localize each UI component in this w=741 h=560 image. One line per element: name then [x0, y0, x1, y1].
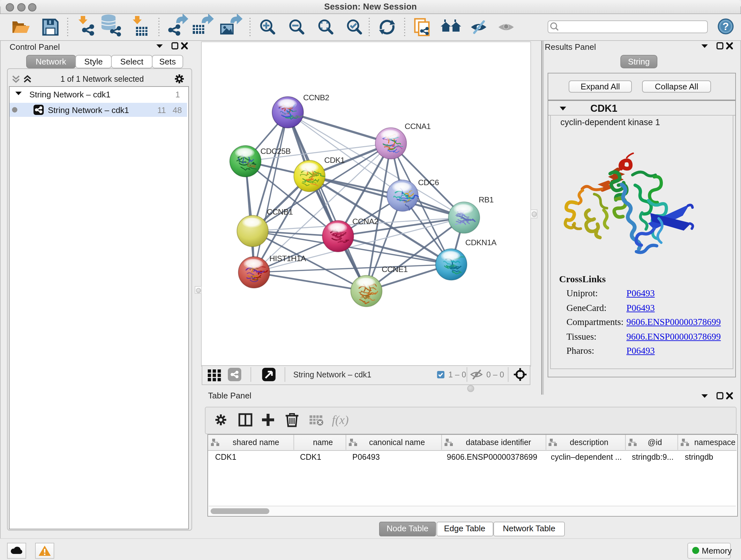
- svg-text:CCNE1: CCNE1: [382, 265, 408, 273]
- svg-text:f(x): f(x): [332, 413, 349, 427]
- svg-text:shared name: shared name: [232, 438, 279, 447]
- svg-text:CCNB2: CCNB2: [303, 93, 329, 102]
- svg-text:0 – 0: 0 – 0: [486, 370, 504, 379]
- svg-text:48: 48: [173, 105, 182, 115]
- svg-text:CDK1: CDK1: [324, 156, 345, 165]
- svg-text:CDC25B: CDC25B: [260, 147, 291, 155]
- svg-text:CCNA2: CCNA2: [352, 217, 379, 226]
- svg-text:?: ?: [723, 20, 729, 32]
- svg-text:String Network – cdk1: String Network – cdk1: [29, 89, 111, 99]
- svg-text:namespace: namespace: [694, 438, 735, 447]
- svg-text:HIST1H1A: HIST1H1A: [269, 254, 306, 263]
- svg-text:String Network – cdk1: String Network – cdk1: [48, 105, 129, 115]
- svg-text:11: 11: [157, 105, 166, 115]
- svg-text:name: name: [313, 438, 333, 447]
- svg-text:CDKN1A: CDKN1A: [465, 238, 497, 247]
- svg-text:1: 1: [176, 89, 180, 99]
- svg-text:description: description: [570, 438, 609, 447]
- svg-text:database identifier: database identifier: [466, 438, 531, 447]
- svg-text:CCNA1: CCNA1: [405, 122, 431, 131]
- svg-text:@id: @id: [648, 438, 662, 447]
- svg-text:1 – 0: 1 – 0: [448, 370, 466, 379]
- svg-text:CDC6: CDC6: [418, 178, 439, 187]
- svg-text:CCNB1: CCNB1: [267, 207, 293, 216]
- svg-text:1 of 1 Network selected: 1 of 1 Network selected: [60, 74, 144, 83]
- svg-text:RB1: RB1: [479, 195, 494, 204]
- svg-text:String Network – cdk1: String Network – cdk1: [293, 370, 372, 379]
- svg-text:canonical name: canonical name: [369, 438, 425, 447]
